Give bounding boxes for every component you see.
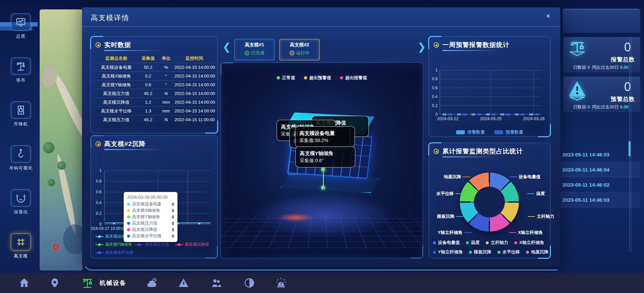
alarm-time-row[interactable]: 2023-05-11 14:46:03 xyxy=(560,192,640,207)
legend-dot xyxy=(526,251,529,254)
electric-hazard-icon xyxy=(177,277,190,289)
legend-item[interactable]: 高支模水平位移 xyxy=(95,250,135,255)
tab-formwork-1[interactable]: 高支模#1 已完成 xyxy=(234,39,275,60)
background-panel-edge xyxy=(563,9,640,33)
axis-tick-label: 1 xyxy=(430,68,438,72)
legend-item[interactable]: 高支模压力值 xyxy=(135,242,175,247)
tower-crane-icon xyxy=(566,39,588,61)
alarm-time-row[interactable]: 2023-05-11 14:46:04 xyxy=(560,162,640,177)
tab-name: 高支模#1 xyxy=(235,42,274,48)
axis-tick-label: 2024-03-25 xyxy=(480,116,501,121)
scene-3d-panel[interactable]: 正常值超出预警值超出报警值 高支模X轴倾角采集值:0.2°高支模沉降值采集值:1… xyxy=(220,62,423,258)
axis-tick-label: 0.4 xyxy=(91,200,102,205)
axis-tick-label: 0 xyxy=(430,112,438,117)
warning-total-sub: 日数据0同比过去30日0.00 xyxy=(563,104,640,110)
gridline xyxy=(533,70,534,114)
legend-item[interactable]: X轴立杆倾角 xyxy=(514,240,544,246)
bottombar-weather-icon[interactable] xyxy=(146,277,158,289)
table-row: 高支模水平位移1.3mm2022-04-15 14:00:00 xyxy=(94,106,214,115)
week-chart-plot[interactable] xyxy=(440,70,541,114)
legend-item[interactable]: 超出预警值 xyxy=(304,75,331,81)
sidebar-item-3[interactable]: 升降机 xyxy=(6,101,36,127)
sidebar-item-4[interactable]: 吊钩可视化 xyxy=(6,145,36,171)
bottombar-home-icon[interactable] xyxy=(18,277,31,289)
legend-item[interactable]: 预警数量 xyxy=(494,129,523,135)
table-row: 高支模压力值45.2N2022-04-15 14:00:00 xyxy=(94,89,214,98)
bar xyxy=(506,113,510,115)
bottombar-camera-icon[interactable] xyxy=(48,277,61,289)
callout-line xyxy=(464,232,472,233)
bottombar-people-icon[interactable] xyxy=(210,277,223,289)
axis-tick-label: 2024-03-22 xyxy=(437,116,458,121)
callout-label: Y轴立杆倾角 xyxy=(438,230,462,236)
bar-pair[interactable] xyxy=(486,113,496,115)
donut-callout: 水平位移 xyxy=(436,191,463,197)
overview-icon xyxy=(15,17,26,28)
legend-item[interactable]: Y轴立杆倾角 xyxy=(433,249,463,255)
legend-item[interactable]: 高支模沉降值 xyxy=(175,242,215,247)
legend-label: 设备电量值 xyxy=(438,240,460,246)
legend-marker xyxy=(175,244,183,245)
sidebar-item-6[interactable]: 高支模 xyxy=(6,233,36,259)
tooltip-series-value: 0 xyxy=(172,228,174,232)
warning-total-card: 0 预警总数 日数据0同比过去30日0.00 xyxy=(563,77,640,112)
next-arrow[interactable]: ❯ xyxy=(417,41,426,53)
legend-item[interactable]: 正常值 xyxy=(277,75,295,81)
table-cell: ° xyxy=(158,74,174,79)
legend-item[interactable]: 报警数量 xyxy=(456,129,485,135)
legend-marker xyxy=(95,252,104,253)
tab-formwork-2[interactable]: 高支模#2 运行中 xyxy=(279,39,320,60)
status-target-icon xyxy=(290,51,294,55)
donut-callout: 地基沉降 xyxy=(444,174,470,180)
title-underline xyxy=(442,156,498,157)
prev-arrow[interactable]: ❮ xyxy=(223,41,231,53)
sidebar-item-2[interactable]: 塔吊 xyxy=(6,57,36,83)
title-underline xyxy=(104,50,162,51)
tooltip-item: 高支模Y轴倾角0 xyxy=(127,214,174,220)
ratio-value: 0.00 xyxy=(620,65,629,70)
tooltip-item: 高支模沉降值0 xyxy=(127,227,174,233)
legend-dot xyxy=(433,251,436,254)
legend-item[interactable]: 模板沉降 xyxy=(469,249,491,255)
legend-marker xyxy=(135,244,143,245)
table-cell: 高支模X轴倾角 xyxy=(94,73,138,79)
legend-item[interactable]: 温度 xyxy=(466,240,480,246)
bar-pair[interactable] xyxy=(515,113,525,115)
site-3d-map[interactable] xyxy=(40,9,83,271)
sidebar-item-5[interactable]: 深基坑 xyxy=(6,189,36,215)
legend-item[interactable]: 超出报警值 xyxy=(340,75,367,81)
bar-pair[interactable] xyxy=(457,113,467,115)
legend-item[interactable]: 地基沉降 xyxy=(526,249,549,255)
hoist-icon xyxy=(15,105,26,115)
bar-pair[interactable] xyxy=(500,113,510,115)
tooltip-series-dot xyxy=(127,222,130,225)
bar-pair[interactable] xyxy=(442,113,452,115)
bottombar-pie-icon[interactable] xyxy=(243,277,256,289)
close-icon[interactable]: × xyxy=(544,11,553,21)
legend-item[interactable]: 立杆轴力 xyxy=(486,240,508,246)
legend-dot xyxy=(466,241,469,244)
bottombar-crane-icon[interactable] xyxy=(81,277,94,289)
legend-dot xyxy=(469,251,472,254)
map-tree xyxy=(57,161,66,170)
bullseye-icon xyxy=(434,42,439,48)
panel-title: 高支模#2沉降 xyxy=(95,140,146,148)
tooltip-title: 2024-03-28 05:00:00 xyxy=(127,195,174,200)
bar-pair[interactable] xyxy=(471,113,481,115)
legend-item[interactable]: 设备电量值 xyxy=(433,240,460,246)
bottombar-alarm-beacon-icon[interactable] xyxy=(275,277,287,289)
legend-label: 超出报警值 xyxy=(345,75,367,81)
bar xyxy=(462,113,467,115)
sidebar-item-1[interactable]: 总览 xyxy=(6,13,36,39)
scrollbar-thumb[interactable] xyxy=(629,141,631,156)
bar-pair[interactable] xyxy=(529,113,539,115)
legend-item[interactable]: 高支模Y轴倾角 xyxy=(95,242,135,247)
alarm-time-row[interactable]: 2023-05-11 14:46:02 xyxy=(560,177,640,192)
column-header: 单位 xyxy=(158,55,174,61)
legend-label: 模板沉降 xyxy=(474,249,491,255)
bottombar-electric-hazard-icon[interactable] xyxy=(177,277,190,289)
day-data-value: 0 xyxy=(588,104,590,109)
ratio-value: 0.00 xyxy=(620,104,629,109)
legend-item[interactable]: 水平位移 xyxy=(497,249,520,255)
donut-chart[interactable] xyxy=(460,173,519,232)
